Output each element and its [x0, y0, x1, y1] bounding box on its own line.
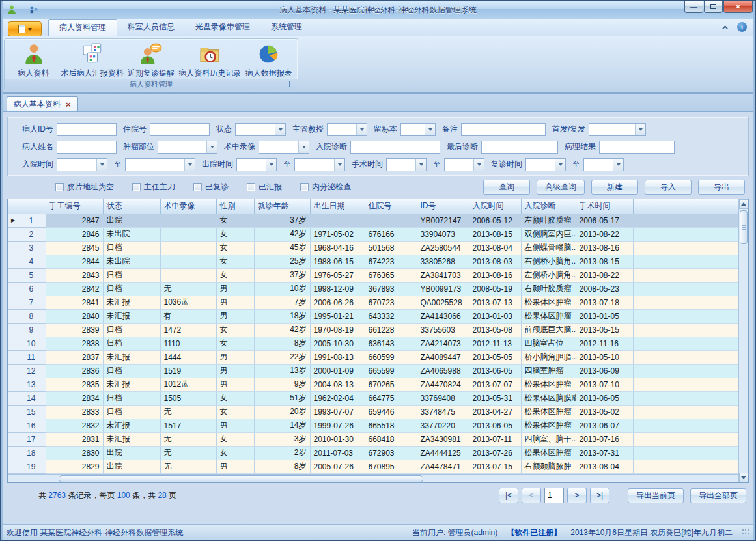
cell-status[interactable]: 未出院 [103, 227, 160, 241]
cell-admit-date[interactable]: 2013-05-31 [469, 391, 521, 405]
column-header-surgery-date[interactable]: 手术时间 [576, 199, 633, 214]
cell-status[interactable]: 归档 [103, 337, 160, 350]
row-number-cell[interactable]: 12 [8, 364, 46, 378]
cell-visit-age[interactable]: 14岁 [254, 419, 310, 432]
cell-admit-diagnosis[interactable]: 松果体区脑膜瘤 [521, 391, 576, 405]
cell-gender[interactable]: 女 [216, 337, 254, 350]
cell-id-no[interactable]: 33904073 [417, 227, 469, 241]
cell-surgery-date[interactable]: 2013-08-22 [576, 227, 633, 241]
cell-id-no[interactable]: 33755603 [417, 323, 469, 337]
cell-visit-age[interactable]: 45岁 [254, 241, 310, 255]
cell-gender[interactable]: 女 [216, 391, 254, 405]
chevron-down-icon[interactable] [206, 141, 217, 153]
cell-birth-date[interactable]: 1962-02-04 [310, 391, 365, 405]
revisit-to-select[interactable] [583, 158, 624, 171]
cell-surgery-date[interactable]: 2013-07-16 [576, 432, 633, 446]
pathology-result-input[interactable] [599, 141, 675, 154]
cell-surgery-date[interactable]: 2006-05-17 [576, 214, 633, 227]
column-header-visit-age[interactable]: 就诊年龄 [254, 199, 310, 214]
cell-admission-no[interactable]: 670723 [365, 296, 417, 309]
table-row-4[interactable]: 42844未出院女25岁1988-06-15674223338052682013… [8, 255, 738, 268]
chevron-down-icon[interactable] [275, 124, 285, 135]
surgery-to-select[interactable] [444, 158, 484, 171]
cell-visit-age[interactable]: 25岁 [254, 255, 310, 268]
cell-gender[interactable]: 女 [216, 241, 254, 255]
cell-manual-no[interactable]: 2841 [46, 296, 103, 309]
admission-no-input[interactable] [150, 123, 210, 136]
cell-admit-diagnosis[interactable]: 右额颞脑脓肿 [521, 460, 576, 473]
cell-birth-date[interactable]: 2000-01-09 [310, 364, 365, 378]
film-address-empty-checkbox-box[interactable] [55, 183, 64, 191]
cell-gender[interactable]: 男 [216, 378, 254, 391]
cell-gender[interactable]: 女 [216, 446, 254, 460]
cell-visit-age[interactable]: 3岁 [254, 432, 310, 446]
cell-surgery-date[interactable]: 2013-06-09 [576, 364, 633, 378]
cell-gender[interactable]: 女 [216, 227, 254, 241]
cell-manual-no[interactable]: 2846 [46, 227, 103, 241]
cell-manual-no[interactable]: 2835 [46, 378, 103, 391]
cell-surgery-date[interactable]: 2013-05-02 [576, 405, 633, 419]
scroll-up-icon[interactable] [739, 199, 748, 209]
cell-status[interactable]: 出院 [103, 214, 160, 227]
row-number-cell[interactable]: 5 [8, 268, 46, 282]
cell-visit-age[interactable]: 10岁 [254, 282, 310, 296]
cell-birth-date[interactable]: 2010-01-30 [310, 432, 365, 446]
chevron-down-icon[interactable] [96, 159, 107, 171]
cell-admit-date[interactable]: 2012-11-13 [469, 337, 521, 350]
cell-admission-no[interactable]: 665599 [365, 364, 417, 378]
cell-surgery-date[interactable]: 2013-08-04 [576, 460, 633, 473]
table-row-13[interactable]: 132835未汇报1012蓝男9岁2004-08-13670265ZA44708… [8, 378, 738, 391]
cell-birth-date[interactable]: 1971-05-02 [310, 227, 365, 241]
cell-surgery-video[interactable] [160, 214, 216, 227]
cell-id-no[interactable]: YB0072147 [417, 214, 469, 227]
cell-admit-diagnosis[interactable]: 松果体区肿瘤 [521, 296, 576, 309]
software-registered-link[interactable]: 【软件已注册】 [507, 527, 561, 538]
cell-gender[interactable]: 女 [216, 268, 254, 282]
cell-gender[interactable]: 女 [216, 323, 254, 337]
table-row-17[interactable]: 172831未汇报无女3岁2010-01-30668418ZA343098120… [8, 432, 738, 446]
cell-admit-date[interactable]: 2013-01-03 [469, 309, 521, 323]
cell-admit-diagnosis[interactable]: 松果体区肿瘤 [521, 419, 576, 432]
export-button[interactable]: 导出 [698, 180, 745, 195]
cell-admit-date[interactable]: 2013-07-13 [469, 296, 521, 309]
table-row-8[interactable]: 82840未汇报有男18岁1995-01-21643332ZA414306620… [8, 309, 738, 323]
admit-to-select[interactable] [125, 158, 195, 171]
cell-manual-no[interactable]: 2836 [46, 364, 103, 378]
info-icon[interactable]: i [737, 22, 747, 32]
cell-admission-no[interactable]: 643332 [365, 309, 417, 323]
table-row-1[interactable]: ▶12847出院女37岁YB00721472006-05-12左额叶胶质瘤200… [8, 214, 738, 227]
remark-input[interactable] [461, 123, 546, 136]
surgery-video-select[interactable] [259, 141, 309, 154]
cell-gender[interactable]: 女 [216, 432, 254, 446]
column-header-manual-no[interactable]: 手工编号 [46, 199, 103, 214]
chevron-down-icon[interactable] [425, 124, 435, 135]
checkbox-endocrine-exam[interactable]: 内分泌检查 [300, 182, 351, 193]
horizontal-scrollbar-thumb[interactable] [59, 475, 423, 482]
checkbox-reported[interactable]: 已汇报 [247, 182, 282, 193]
cell-admit-date[interactable]: 2013-06-05 [469, 419, 521, 432]
cell-admit-date[interactable]: 2013-05-05 [469, 350, 521, 364]
chief-surgeon-checkbox-box[interactable] [132, 183, 141, 191]
cell-admit-diagnosis[interactable]: 松果体区肿瘤 [521, 378, 576, 391]
chevron-down-icon[interactable] [298, 141, 309, 153]
cell-surgery-video[interactable]: 1036蓝 [160, 296, 216, 309]
cell-id-no[interactable]: 33770220 [417, 419, 469, 432]
admit-diagnosis-input[interactable] [350, 141, 440, 154]
cell-status[interactable]: 出院 [103, 446, 160, 460]
cell-visit-age[interactable]: 22岁 [254, 350, 310, 364]
cell-gender[interactable]: 男 [216, 460, 254, 473]
cell-admit-diagnosis[interactable]: 松果体区肿瘤 [521, 309, 576, 323]
row-number-cell[interactable]: 16 [8, 419, 46, 432]
row-number-cell[interactable]: 15 [8, 405, 46, 419]
cell-id-no[interactable]: 33805268 [417, 255, 469, 268]
cell-visit-age[interactable]: 7岁 [254, 296, 310, 309]
cell-birth-date[interactable]: 1976-05-27 [310, 268, 365, 282]
chevron-down-icon[interactable] [613, 159, 623, 171]
table-row-15[interactable]: 152833归档无女20岁1993-07-0765944633748475201… [8, 405, 738, 419]
cell-manual-no[interactable]: 2837 [46, 350, 103, 364]
cell-visit-age[interactable]: 42岁 [254, 227, 310, 241]
cell-admission-no[interactable]: 670895 [365, 460, 417, 473]
cell-admission-no[interactable]: 636143 [365, 337, 417, 350]
cell-id-no[interactable]: ZA4444125 [417, 446, 469, 460]
ribbon-button-近期复诊提醒[interactable]: 近期复诊提醒 [124, 40, 179, 79]
